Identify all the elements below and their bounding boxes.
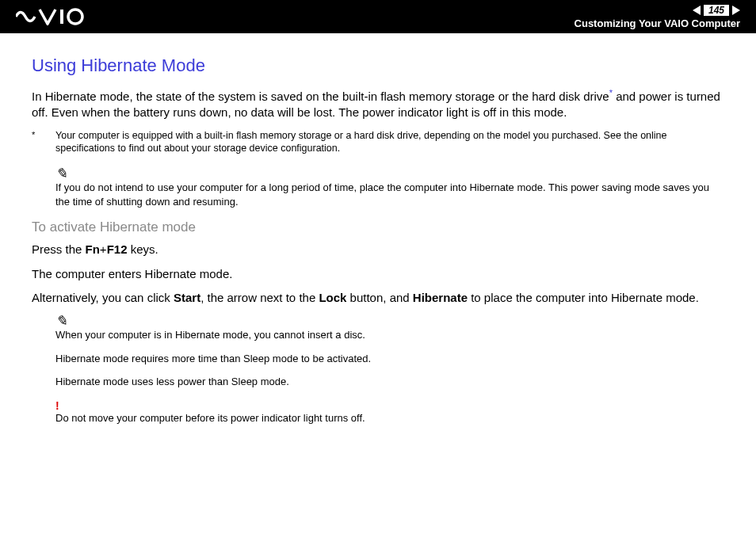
page-title: Using Hibernate Mode: [32, 55, 724, 76]
footnote: * Your computer is equipped with a built…: [32, 129, 724, 156]
alt-start: Start: [174, 291, 200, 304]
svg-point-1: [68, 10, 82, 24]
header-bar: 145 Customizing Your VAIO Computer: [0, 0, 756, 33]
page-content: Using Hibernate Mode In Hibernate mode, …: [0, 33, 756, 452]
intro-text-pre: In Hibernate mode, the state of the syst…: [32, 90, 609, 103]
breadcrumb: Customizing Your VAIO Computer: [575, 17, 740, 29]
page-nav: 145: [575, 5, 740, 16]
pencil-icon: ✎: [55, 166, 724, 181]
key-f12: F12: [107, 242, 128, 256]
tip-2b: Hibernate mode requires more time than S…: [55, 352, 724, 366]
pencil-icon: ✎: [55, 314, 724, 328]
alt-hibernate: Hibernate: [413, 291, 468, 304]
next-page-arrow-icon[interactable]: [732, 6, 740, 15]
alt-pre: Alternatively, you can click: [32, 291, 174, 304]
footnote-text: Your computer is equipped with a built-i…: [55, 129, 724, 156]
footnote-marker: *: [32, 129, 55, 156]
exclamation-icon: !: [55, 400, 724, 411]
press-plus: +: [100, 242, 107, 256]
alt-mid1: , the arrow next to the: [200, 291, 319, 304]
warning-text: Do not move your computer before its pow…: [55, 411, 724, 425]
press-post: keys.: [127, 242, 158, 256]
svg-rect-0: [60, 10, 63, 24]
vaio-logo: [16, 8, 103, 25]
tip-block-2: ✎ When your computer is in Hibernate mod…: [55, 314, 724, 389]
enters-text: The computer enters Hibernate mode.: [32, 266, 724, 282]
sub-heading: To activate Hibernate mode: [32, 219, 724, 235]
tip-block-1: ✎ If you do not intend to use your compu…: [55, 166, 724, 208]
press-keys-text: Press the Fn+F12 keys.: [32, 242, 724, 257]
alt-mid2: button, and: [346, 291, 412, 304]
alt-post: to place the computer into Hibernate mod…: [468, 291, 699, 304]
prev-page-arrow-icon[interactable]: [693, 6, 701, 15]
tip-1-text: If you do not intend to use your compute…: [55, 181, 724, 208]
header-right: 145 Customizing Your VAIO Computer: [575, 5, 740, 29]
press-pre: Press the: [32, 242, 86, 256]
alt-lock: Lock: [319, 291, 346, 304]
page-number: 145: [704, 5, 729, 16]
alternative-text: Alternatively, you can click Start, the …: [32, 290, 724, 306]
intro-paragraph: In Hibernate mode, the state of the syst…: [32, 87, 724, 121]
tip-2a: When your computer is in Hibernate mode,…: [55, 328, 724, 342]
key-fn: Fn: [86, 242, 100, 256]
tip-2c: Hibernate mode uses less power than Slee…: [55, 375, 724, 389]
warning-block: ! Do not move your computer before its p…: [55, 400, 724, 425]
